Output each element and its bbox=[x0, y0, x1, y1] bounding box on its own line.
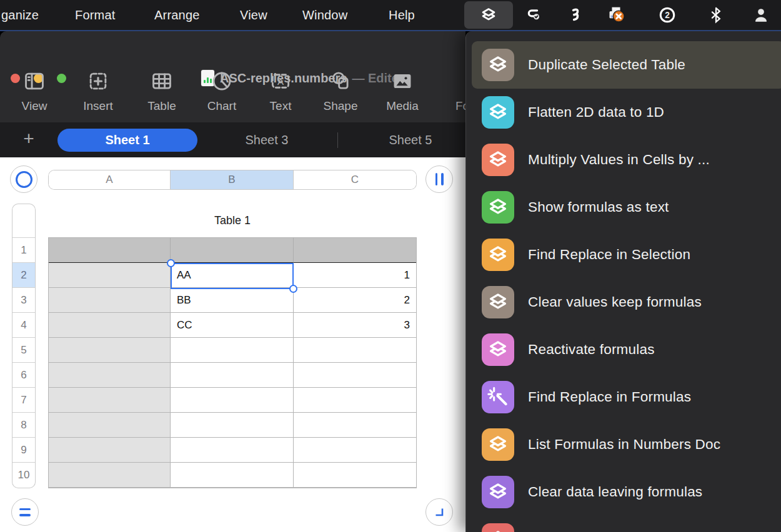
printer-error-icon[interactable] bbox=[599, 1, 634, 29]
menu-item-list-formulas-in-doc[interactable]: List Formulas in Numbers Doc bbox=[466, 421, 781, 468]
tab-sheet-5[interactable]: Sheet 5 bbox=[364, 129, 457, 152]
shortcut-layers-icon bbox=[482, 96, 514, 129]
column-bars-icon bbox=[435, 173, 444, 185]
row-header-4[interactable]: 4 bbox=[12, 313, 35, 338]
menu-item-show-formulas-as-text[interactable]: Show formulas as text bbox=[466, 184, 781, 231]
menu-item-clear-data-leaving-formulas[interactable]: Clear data leaving formulas bbox=[466, 468, 781, 516]
shortcuts-dropdown-menu: Duplicate Selected Table Flatten 2D data… bbox=[465, 31, 781, 532]
cell-C7[interactable] bbox=[294, 388, 416, 413]
cell-B10[interactable] bbox=[171, 463, 294, 488]
cell-B4[interactable]: CC bbox=[171, 313, 294, 338]
cell-C8[interactable] bbox=[294, 413, 416, 438]
toolbar-shape-button[interactable]: Shape bbox=[314, 69, 367, 113]
menu-item-multiply-values[interactable]: Multiply Values in Cells by ... bbox=[466, 136, 781, 184]
tab-sheet-1[interactable]: Sheet 1 bbox=[57, 129, 197, 152]
table-title[interactable]: Table 1 bbox=[49, 214, 416, 227]
cell-B8[interactable] bbox=[171, 413, 294, 438]
cell-A10[interactable] bbox=[49, 463, 171, 488]
menubar-item-window[interactable]: Window bbox=[302, 0, 347, 30]
shapes-icon bbox=[329, 69, 352, 93]
menu-item-clear-values-keep-formulas[interactable]: Clear values keep formulas bbox=[466, 278, 781, 326]
row-header-10[interactable]: 10 bbox=[12, 463, 35, 488]
cell-selection-b2[interactable] bbox=[171, 263, 294, 289]
selection-handle-top-left[interactable] bbox=[167, 259, 175, 267]
toolbar-view-button[interactable]: View bbox=[8, 69, 61, 113]
toolbar-format-button[interactable]: Fo bbox=[436, 69, 465, 113]
cell-A5[interactable] bbox=[49, 338, 171, 363]
table-row bbox=[49, 413, 416, 438]
menubar-item-format[interactable]: Format bbox=[75, 0, 116, 30]
menubar-item-arrange[interactable]: Arrange bbox=[154, 0, 200, 30]
table-resize-handle-button[interactable] bbox=[425, 498, 453, 526]
column-header-b[interactable]: B bbox=[171, 170, 294, 189]
column-header-a[interactable]: A bbox=[49, 170, 171, 189]
shortcuts-layers-icon[interactable] bbox=[464, 1, 513, 29]
cell-B1[interactable] bbox=[171, 238, 294, 263]
toolbar-text-button[interactable]: A Text bbox=[254, 69, 307, 113]
menubar-item-view[interactable]: View bbox=[240, 0, 267, 30]
add-sheet-button[interactable]: + bbox=[17, 126, 40, 151]
cell-C5[interactable] bbox=[294, 338, 416, 363]
row-header-5[interactable]: 5 bbox=[12, 338, 35, 363]
row-header-2[interactable]: 2 bbox=[12, 263, 35, 288]
cell-C4[interactable]: 3 bbox=[294, 313, 416, 338]
menu-item-reactivate-formulas[interactable]: Reactivate formulas bbox=[466, 326, 781, 373]
cell-B5[interactable] bbox=[171, 338, 294, 363]
selection-handle-bottom-right[interactable] bbox=[289, 285, 297, 293]
menu-item-find-replace-in-selection[interactable]: Find Replace in Selection bbox=[466, 231, 781, 278]
row-header-spacer bbox=[12, 204, 35, 238]
cell-A7[interactable] bbox=[49, 388, 171, 413]
menu-item-partial-bottom[interactable] bbox=[466, 516, 781, 532]
add-column-handle-button[interactable] bbox=[425, 165, 453, 193]
column-header-c[interactable]: C bbox=[294, 170, 416, 189]
menu-item-duplicate-selected-table[interactable]: Duplicate Selected Table bbox=[472, 41, 781, 89]
cell-C10[interactable] bbox=[294, 463, 416, 488]
circled-2-icon[interactable]: 2 bbox=[650, 1, 685, 29]
text-box-icon: A bbox=[269, 69, 292, 93]
sheet-canvas: A B C 1 2 3 4 5 6 7 8 9 10 Table 1 bbox=[0, 157, 465, 532]
cell-C9[interactable] bbox=[294, 438, 416, 463]
menu-item-find-replace-in-formulas[interactable]: Find Replace in Formulas bbox=[466, 373, 781, 421]
menubar-item-help[interactable]: Help bbox=[389, 0, 415, 30]
cell-B7[interactable] bbox=[171, 388, 294, 413]
cell-A1[interactable] bbox=[49, 238, 171, 263]
toolbar-table-button[interactable]: Table bbox=[136, 69, 188, 113]
cell-A6[interactable] bbox=[49, 363, 171, 388]
cell-A3[interactable] bbox=[49, 288, 171, 313]
row-header-7[interactable]: 7 bbox=[12, 388, 35, 413]
sync-check-icon[interactable] bbox=[516, 1, 551, 29]
cell-A9[interactable] bbox=[49, 438, 171, 463]
add-row-handle-button[interactable] bbox=[11, 498, 39, 526]
cell-B9[interactable] bbox=[171, 438, 294, 463]
cell-C3[interactable]: 2 bbox=[294, 288, 416, 313]
pie-chart-icon bbox=[210, 69, 234, 93]
menu-item-flatten-2d-data[interactable]: Flatten 2D data to 1D bbox=[466, 89, 781, 136]
menubar-item-organize[interactable]: ganize bbox=[1, 0, 39, 30]
row-header-8[interactable]: 8 bbox=[12, 413, 35, 438]
tab-sheet-3[interactable]: Sheet 3 bbox=[220, 129, 314, 152]
row-header-3[interactable]: 3 bbox=[12, 288, 35, 313]
toolbar-chart-button[interactable]: Chart bbox=[196, 69, 248, 113]
cell-A8[interactable] bbox=[49, 413, 171, 438]
table-handle-button[interactable] bbox=[10, 165, 37, 193]
insert-plus-icon bbox=[86, 69, 110, 93]
cell-C6[interactable] bbox=[294, 363, 416, 388]
circle-ring-icon bbox=[16, 171, 32, 188]
shortcut-layers-icon bbox=[482, 333, 514, 366]
toolbar-media-button[interactable]: Media bbox=[376, 69, 429, 113]
sheet-tab-bar: + Sheet 1 Sheet 3 Sheet 5 bbox=[0, 122, 465, 157]
bluetooth-icon[interactable] bbox=[699, 1, 734, 29]
cell-C2[interactable]: 1 bbox=[294, 263, 416, 288]
cell-B3[interactable]: BB bbox=[171, 288, 294, 313]
cell-A4[interactable] bbox=[49, 313, 171, 338]
cell-A2[interactable] bbox=[49, 263, 171, 288]
script-icon[interactable] bbox=[558, 1, 593, 29]
row-header-9[interactable]: 9 bbox=[12, 438, 35, 463]
cell-B6[interactable] bbox=[171, 363, 294, 388]
user-icon[interactable] bbox=[744, 1, 779, 29]
row-header-1[interactable]: 1 bbox=[12, 238, 35, 263]
table-row bbox=[49, 238, 416, 263]
row-header-6[interactable]: 6 bbox=[12, 363, 35, 388]
cell-C1[interactable] bbox=[294, 238, 416, 263]
toolbar-insert-button[interactable]: Insert bbox=[72, 69, 124, 113]
